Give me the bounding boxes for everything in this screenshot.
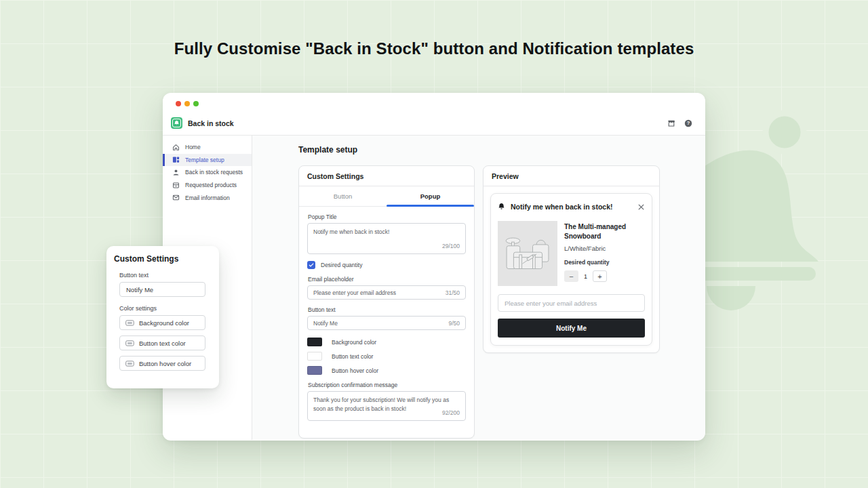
- quantity-stepper: − 1 +: [564, 270, 645, 282]
- sidebar-item-email-information[interactable]: Email information: [163, 191, 252, 204]
- floating-background-color-button[interactable]: Background color: [119, 315, 205, 330]
- app-logo-bell-icon: [171, 117, 182, 129]
- button-hover-color-row: Button hover color: [307, 366, 466, 375]
- floating-card-title: Custom Settings: [114, 254, 205, 264]
- desired-quantity-checkbox-row[interactable]: Desired quantity: [307, 261, 466, 269]
- app-header: Back in stock ?: [163, 111, 705, 136]
- button-text-input[interactable]: Notify Me 9/50: [307, 316, 466, 330]
- close-icon[interactable]: [637, 203, 645, 211]
- email-placeholder-counter: 31/50: [446, 289, 460, 296]
- swatch-chip-icon: [125, 337, 134, 349]
- sidebar-item-home[interactable]: Home: [163, 141, 252, 154]
- product-variant: L/White/Fabric: [564, 245, 645, 252]
- preview-popup-title: Notify me when back in stock!: [511, 203, 613, 211]
- help-icon[interactable]: ?: [684, 119, 693, 128]
- tab-button[interactable]: Button: [299, 186, 387, 206]
- popup-title-textarea[interactable]: Notify me when back in stock! 29/100: [307, 223, 466, 254]
- floating-custom-settings-card: Custom Settings Button text Notify Me Co…: [106, 246, 219, 388]
- background-color-row: Background color: [307, 338, 466, 346]
- sidebar-item-requested-products[interactable]: Requested products: [163, 179, 252, 192]
- swatch-chip-icon: [125, 357, 134, 369]
- popup-title-label: Popup Title: [308, 214, 466, 220]
- tab-popup[interactable]: Popup: [387, 186, 474, 206]
- floating-button-hover-color-button[interactable]: Button hover color: [119, 356, 205, 371]
- floating-button-text-input[interactable]: Notify Me: [119, 282, 205, 297]
- sidebar-item-template-setup[interactable]: Template setup: [163, 154, 252, 167]
- quantity-decrease-button[interactable]: −: [564, 270, 578, 282]
- preview-card-title: Preview: [484, 166, 659, 186]
- home-icon: [172, 143, 180, 151]
- quantity-increase-button[interactable]: +: [593, 270, 607, 282]
- app-title: Back in stock: [188, 119, 234, 127]
- floating-button-text-label: Button text: [119, 272, 205, 279]
- product-image-placeholder: [498, 221, 557, 286]
- email-icon: [172, 194, 180, 202]
- custom-settings-card-title: Custom Settings: [299, 166, 474, 186]
- confirmation-message-counter: 92/200: [442, 409, 460, 418]
- minimize-window-button[interactable]: [184, 101, 190, 106]
- person-icon: [172, 168, 180, 176]
- settings-tabs: Button Popup: [299, 186, 474, 207]
- storefront-icon[interactable]: [667, 119, 676, 128]
- button-hover-color-swatch[interactable]: [307, 366, 322, 375]
- button-text-counter: 9/50: [448, 320, 460, 327]
- svg-text:?: ?: [687, 120, 690, 126]
- checkbox-checked-icon[interactable]: [307, 261, 315, 269]
- products-icon: [172, 181, 180, 189]
- email-placeholder-input[interactable]: Please enter your email address 31/50: [307, 285, 466, 300]
- product-title: The Multi-managed Snowboard: [564, 221, 645, 241]
- notify-me-button[interactable]: Notify Me: [498, 319, 645, 338]
- bell-watermark: [692, 95, 854, 319]
- preview-email-input[interactable]: Please enter your email address: [498, 294, 645, 312]
- preview-popup: Notify me when back in stock!: [490, 193, 652, 346]
- close-window-button[interactable]: [176, 101, 181, 106]
- custom-settings-card: Custom Settings Button Popup Popup Title…: [298, 165, 475, 439]
- sidebar-item-back-in-stock-requests[interactable]: Back in stock requests: [163, 166, 252, 179]
- background-color-swatch[interactable]: [307, 338, 322, 346]
- button-text-color-row: Button text color: [307, 352, 466, 361]
- window-titlebar: [163, 93, 705, 111]
- page-title: Template setup: [298, 145, 705, 155]
- floating-button-text-color-button[interactable]: Button text color: [119, 336, 205, 350]
- main-content: Template setup Custom Settings Button Po…: [252, 136, 705, 440]
- preview-card: Preview Notify me when back in stock!: [483, 165, 660, 353]
- color-settings-label: Color settings: [119, 305, 205, 312]
- button-text-color-swatch[interactable]: [307, 352, 322, 361]
- email-placeholder-label: Email placeholder: [308, 276, 466, 283]
- zoom-window-button[interactable]: [193, 101, 199, 106]
- confirmation-message-value: Thank you for your subscription! We will…: [313, 396, 449, 412]
- quantity-value: 1: [584, 273, 587, 280]
- quantity-label: Desired quantity: [564, 259, 645, 266]
- button-text-label: Button text: [308, 306, 466, 313]
- popup-title-counter: 29/100: [442, 242, 460, 251]
- swatch-chip-icon: [125, 317, 134, 329]
- popup-title-value: Notify me when back in stock!: [313, 228, 389, 235]
- confirmation-message-textarea[interactable]: Thank you for your subscription! We will…: [307, 391, 466, 421]
- app-window: Back in stock ? Home Template: [163, 93, 705, 441]
- confirmation-message-label: Subscription confirmation message: [308, 382, 466, 388]
- bell-icon: [498, 201, 505, 213]
- template-icon: [172, 156, 180, 164]
- desired-quantity-label: Desired quantity: [321, 262, 362, 268]
- hero-title: Fully Customise "Back in Stock" button a…: [0, 39, 868, 58]
